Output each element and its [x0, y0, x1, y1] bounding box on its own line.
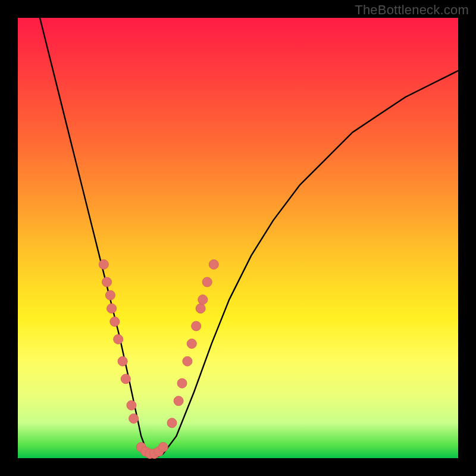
data-point	[167, 418, 177, 428]
data-point	[177, 378, 187, 388]
data-point	[102, 277, 112, 287]
data-point	[129, 414, 139, 423]
data-points	[99, 259, 218, 458]
data-point	[127, 400, 136, 410]
data-point	[187, 339, 196, 349]
data-point	[174, 396, 183, 406]
data-point	[196, 303, 205, 313]
data-point	[158, 443, 168, 452]
data-point	[118, 356, 127, 366]
data-point	[209, 259, 218, 269]
data-point	[99, 259, 108, 269]
bottleneck-curve	[40, 18, 458, 458]
data-point	[198, 295, 208, 305]
data-point	[110, 317, 120, 327]
watermark-text: TheBottleneck.com	[355, 2, 469, 18]
chart-svg	[18, 18, 458, 458]
data-point	[107, 303, 117, 313]
data-point	[183, 356, 192, 366]
plot-area	[18, 18, 458, 458]
data-point	[105, 290, 115, 300]
data-point	[192, 321, 201, 331]
data-point	[114, 334, 123, 344]
data-point	[202, 277, 212, 287]
data-point	[121, 374, 130, 384]
